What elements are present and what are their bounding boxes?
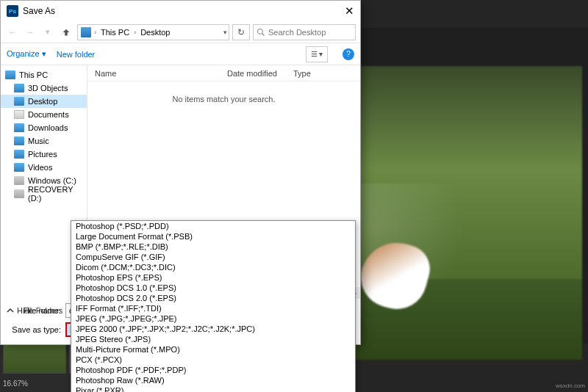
folder-icon bbox=[14, 84, 24, 92]
file-type-option[interactable]: Photoshop DCS 2.0 (*.EPS) bbox=[71, 293, 355, 303]
file-type-option[interactable]: Photoshop EPS (*.EPS) bbox=[71, 272, 355, 283]
sidebar-item-videos[interactable]: Videos bbox=[1, 161, 87, 174]
folder-icon bbox=[14, 97, 24, 106]
sidebar-item-label: Pictures bbox=[28, 150, 57, 159]
column-type[interactable]: Type bbox=[293, 69, 337, 78]
file-type-option[interactable]: JPEG (*.JPG;*.JPEG;*.JPE) bbox=[71, 313, 355, 324]
column-headers[interactable]: Name Date modified Type bbox=[87, 65, 360, 81]
empty-folder-message: No items match your search. bbox=[87, 95, 360, 104]
svg-point-0 bbox=[258, 29, 263, 34]
zoom-level[interactable]: 16.67% bbox=[3, 380, 28, 388]
organize-menu[interactable]: Organize ▾ bbox=[7, 49, 46, 59]
sidebar-item-label: Windows (C:) bbox=[28, 176, 76, 185]
watermark-text: wsxdn.com bbox=[556, 382, 585, 389]
dialog-titlebar[interactable]: Ps Save As ✕ bbox=[1, 1, 360, 21]
new-folder-button[interactable]: New folder bbox=[57, 50, 96, 59]
file-type-option[interactable]: IFF Format (*.IFF;*.TDI) bbox=[71, 303, 355, 313]
view-options-button[interactable]: ☰ ▾ bbox=[306, 46, 328, 62]
breadcrumb-item[interactable]: Desktop bbox=[137, 26, 173, 38]
folder-icon bbox=[14, 163, 24, 172]
pc-icon bbox=[81, 27, 91, 37]
sidebar-item-label: Documents bbox=[28, 110, 69, 119]
folder-icon bbox=[14, 137, 24, 145]
sidebar-item-label: Downloads bbox=[28, 123, 68, 132]
sidebar-item-label: Music bbox=[28, 137, 49, 145]
save-as-type-label: Save as type: bbox=[8, 325, 65, 334]
file-type-option[interactable]: JPEG 2000 (*.JPF;*.JPX;*.JP2;*.J2C;*.J2K… bbox=[71, 324, 355, 334]
breadcrumb[interactable]: › This PC › Desktop ▾ bbox=[77, 24, 229, 40]
nav-toolbar: ← → ▾ › This PC › Desktop ▾ ↻ Search Des… bbox=[1, 21, 360, 43]
file-type-option[interactable]: Photoshop DCS 1.0 (*.EPS) bbox=[71, 283, 355, 293]
sidebar-item-3d-objects[interactable]: 3D Objects bbox=[1, 81, 87, 95]
forward-button[interactable]: → bbox=[23, 25, 37, 40]
sidebar-item-documents[interactable]: Documents bbox=[1, 108, 87, 121]
sidebar-item-downloads[interactable]: Downloads bbox=[1, 121, 87, 134]
sidebar-item-label: Desktop bbox=[28, 97, 57, 106]
file-type-option[interactable]: CompuServe GIF (*.GIF) bbox=[71, 252, 355, 262]
help-icon[interactable]: ? bbox=[343, 48, 354, 60]
sidebar-item-label: RECOVERY (D:) bbox=[28, 185, 84, 203]
column-date[interactable]: Date modified bbox=[227, 69, 293, 78]
folder-icon bbox=[14, 189, 24, 198]
organize-toolbar: Organize ▾ New folder ☰ ▾ ? bbox=[1, 43, 360, 65]
file-type-option[interactable]: Large Document Format (*.PSB) bbox=[71, 231, 355, 242]
column-name[interactable]: Name bbox=[87, 69, 227, 78]
svg-line-1 bbox=[262, 33, 265, 35]
chevron-right-icon: › bbox=[94, 29, 96, 36]
sidebar-item-music[interactable]: Music bbox=[1, 134, 87, 148]
sidebar-item-this-pc[interactable]: This PC bbox=[1, 68, 87, 81]
chevron-up-icon bbox=[7, 307, 14, 314]
pc-icon bbox=[5, 70, 15, 79]
folder-icon bbox=[14, 110, 24, 119]
sidebar-item-label: 3D Objects bbox=[28, 84, 68, 92]
folder-icon bbox=[14, 176, 24, 185]
search-icon bbox=[257, 28, 265, 37]
dialog-title: Save As bbox=[23, 6, 55, 16]
chevron-right-icon: › bbox=[134, 29, 136, 36]
file-type-option[interactable]: Multi-Picture Format (*.MPO) bbox=[71, 344, 355, 355]
sidebar-item-recovery-d[interactable]: RECOVERY (D:) bbox=[1, 187, 87, 200]
breadcrumb-item[interactable]: This PC bbox=[98, 26, 132, 38]
folder-icon bbox=[14, 150, 24, 159]
hide-folders-toggle[interactable]: Hide Folders bbox=[7, 306, 62, 315]
file-type-option[interactable]: PCX (*.PCX) bbox=[71, 355, 355, 365]
photoshop-app-icon: Ps bbox=[7, 5, 18, 17]
close-icon[interactable]: ✕ bbox=[345, 4, 354, 18]
search-input[interactable]: Search Desktop bbox=[253, 24, 356, 40]
recent-locations-button[interactable]: ▾ bbox=[40, 25, 55, 40]
file-type-option[interactable]: Photoshop Raw (*.RAW) bbox=[71, 375, 355, 385]
search-placeholder: Search Desktop bbox=[268, 28, 326, 37]
file-type-option[interactable]: BMP (*.BMP;*.RLE;*.DIB) bbox=[71, 242, 355, 252]
file-type-option[interactable]: Photoshop (*.PSD;*.PDD) bbox=[71, 221, 355, 231]
file-type-option[interactable]: Pixar (*.PXR) bbox=[71, 385, 355, 392]
file-type-option[interactable]: Photoshop PDF (*.PDF;*.PDP) bbox=[71, 365, 355, 375]
sidebar-item-pictures[interactable]: Pictures bbox=[1, 148, 87, 161]
sidebar-item-desktop[interactable]: Desktop bbox=[1, 95, 87, 108]
file-type-option[interactable]: Dicom (*.DCM;*.DC3;*.DIC) bbox=[71, 262, 355, 272]
back-button[interactable]: ← bbox=[5, 25, 20, 40]
sidebar-item-label: Videos bbox=[28, 163, 52, 172]
save-as-type-dropdown[interactable]: Photoshop (*.PSD;*.PDD)Large Document Fo… bbox=[71, 220, 356, 392]
file-type-option[interactable]: JPEG Stereo (*.JPS) bbox=[71, 334, 355, 344]
refresh-button[interactable]: ↻ bbox=[232, 24, 250, 40]
folder-icon bbox=[14, 123, 24, 132]
chevron-down-icon[interactable]: ▾ bbox=[223, 29, 227, 36]
up-button[interactable] bbox=[58, 25, 74, 40]
